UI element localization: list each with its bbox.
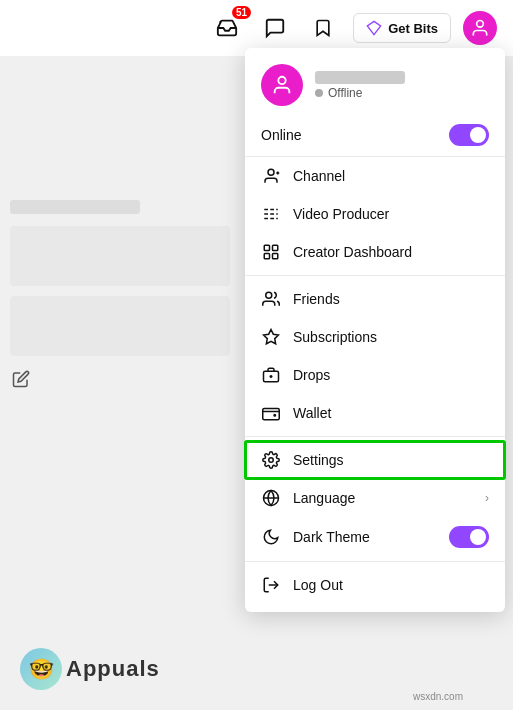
user-avatar-button[interactable] — [463, 11, 497, 45]
drops-icon — [261, 365, 281, 385]
svg-rect-16 — [273, 245, 278, 250]
subscriptions-label: Subscriptions — [293, 329, 489, 345]
watermark-logo: 🤓 — [20, 648, 62, 690]
edit-icon — [12, 370, 30, 392]
settings-label: Settings — [293, 452, 489, 468]
watermark-text: Appuals — [66, 656, 160, 682]
user-icon — [470, 18, 490, 38]
friends-icon — [261, 289, 281, 309]
menu-item-wallet[interactable]: Wallet — [245, 394, 505, 432]
divider-1 — [245, 275, 505, 276]
online-label: Online — [261, 127, 301, 143]
globe-icon — [261, 488, 281, 508]
watermark: 🤓 Appuals — [20, 648, 160, 690]
menu-item-channel[interactable]: Channel — [245, 157, 505, 195]
diamond-icon — [366, 20, 382, 36]
svg-point-26 — [269, 458, 274, 463]
menu-item-language[interactable]: Language › — [245, 479, 505, 517]
video-producer-icon — [261, 204, 281, 224]
svg-rect-18 — [273, 254, 278, 259]
creator-dashboard-icon — [261, 242, 281, 262]
logout-icon — [261, 575, 281, 595]
status-row: Offline — [315, 86, 405, 100]
notification-badge: 51 — [232, 6, 251, 19]
svg-rect-17 — [264, 254, 269, 259]
status-text: Offline — [328, 86, 362, 100]
svg-point-2 — [278, 77, 285, 84]
menu-item-drops[interactable]: Drops — [245, 356, 505, 394]
svg-marker-0 — [367, 21, 380, 34]
user-dropdown: Offline Online Channel Video P — [245, 48, 505, 612]
header-avatar — [261, 64, 303, 106]
bookmark-icon — [313, 17, 333, 39]
svg-point-25 — [274, 415, 276, 417]
avatar-user-icon — [271, 74, 293, 96]
wallet-label: Wallet — [293, 405, 489, 421]
svg-point-1 — [477, 21, 484, 28]
username-blur — [315, 71, 405, 84]
inbox-icon-wrap[interactable]: 51 — [209, 10, 245, 46]
creator-dashboard-label: Creator Dashboard — [293, 244, 489, 260]
menu-item-settings[interactable]: Settings — [245, 441, 505, 479]
status-dot — [315, 89, 323, 97]
drops-label: Drops — [293, 367, 489, 383]
bookmark-icon-wrap[interactable] — [305, 10, 341, 46]
svg-marker-20 — [264, 330, 279, 344]
get-bits-label: Get Bits — [388, 21, 438, 36]
menu-item-dark-theme[interactable]: Dark Theme — [245, 517, 505, 557]
moon-icon — [261, 527, 281, 547]
dark-theme-label: Dark Theme — [293, 529, 437, 545]
svg-point-19 — [266, 292, 272, 298]
menu-item-friends[interactable]: Friends — [245, 280, 505, 318]
divider-3 — [245, 561, 505, 562]
wallet-icon — [261, 403, 281, 423]
get-bits-button[interactable]: Get Bits — [353, 13, 451, 43]
svg-rect-15 — [264, 245, 269, 250]
friends-label: Friends — [293, 291, 489, 307]
menu-item-logout[interactable]: Log Out — [245, 566, 505, 604]
subscriptions-icon — [261, 327, 281, 347]
menu-item-creator-dashboard[interactable]: Creator Dashboard — [245, 233, 505, 271]
video-producer-label: Video Producer — [293, 206, 489, 222]
divider-2 — [245, 436, 505, 437]
channel-icon — [261, 166, 281, 186]
wxsxdn-label: wsxdn.com — [413, 691, 463, 702]
logout-label: Log Out — [293, 577, 489, 593]
online-toggle-row[interactable]: Online — [245, 118, 505, 157]
background-content — [10, 200, 210, 366]
svg-point-3 — [268, 169, 274, 175]
language-label: Language — [293, 490, 473, 506]
header-info: Offline — [315, 71, 405, 100]
online-toggle[interactable] — [449, 124, 489, 146]
settings-icon — [261, 450, 281, 470]
svg-rect-24 — [263, 409, 280, 420]
whisper-icon-wrap[interactable] — [257, 10, 293, 46]
language-chevron: › — [485, 491, 489, 505]
whisper-icon — [264, 17, 286, 39]
dark-theme-toggle[interactable] — [449, 526, 489, 548]
inbox-icon — [216, 17, 238, 39]
menu-item-video-producer[interactable]: Video Producer — [245, 195, 505, 233]
channel-label: Channel — [293, 168, 489, 184]
menu-item-subscriptions[interactable]: Subscriptions — [245, 318, 505, 356]
dropdown-header: Offline — [245, 48, 505, 118]
